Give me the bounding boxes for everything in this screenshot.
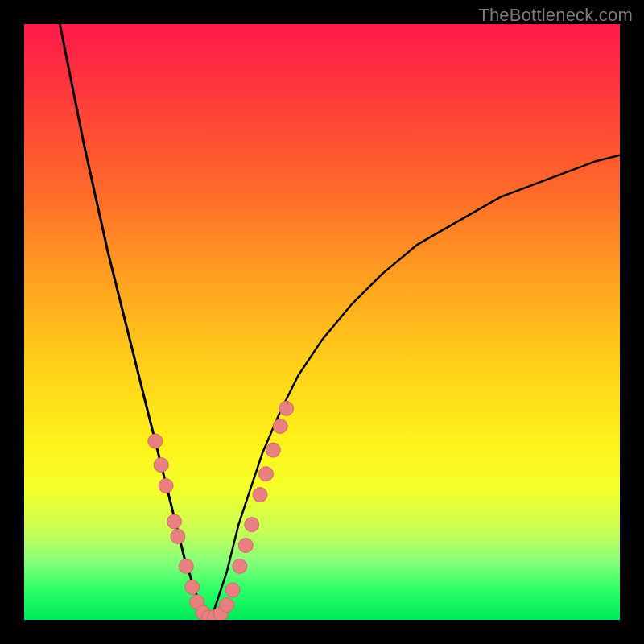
data-marker bbox=[148, 434, 163, 448]
data-marker bbox=[279, 401, 294, 415]
curve-left bbox=[60, 24, 208, 620]
data-marker bbox=[220, 598, 234, 613]
data-marker bbox=[171, 529, 185, 543]
data-marker bbox=[253, 488, 267, 502]
curve-right bbox=[208, 155, 620, 620]
data-marker bbox=[233, 559, 247, 573]
data-marker bbox=[245, 518, 259, 532]
data-marker bbox=[167, 514, 181, 529]
data-marker bbox=[258, 467, 273, 481]
plot-area bbox=[24, 24, 620, 620]
chart-frame: TheBottleneck.com bbox=[0, 0, 644, 644]
data-marker bbox=[185, 580, 200, 594]
data-marker bbox=[266, 443, 280, 457]
data-marker bbox=[154, 458, 168, 473]
curve-layer bbox=[24, 24, 620, 620]
data-marker bbox=[273, 419, 287, 434]
data-marker bbox=[238, 539, 253, 553]
data-marker bbox=[179, 559, 193, 573]
data-marker bbox=[159, 479, 173, 493]
data-marker bbox=[225, 583, 240, 597]
watermark-text: TheBottleneck.com bbox=[478, 5, 633, 26]
